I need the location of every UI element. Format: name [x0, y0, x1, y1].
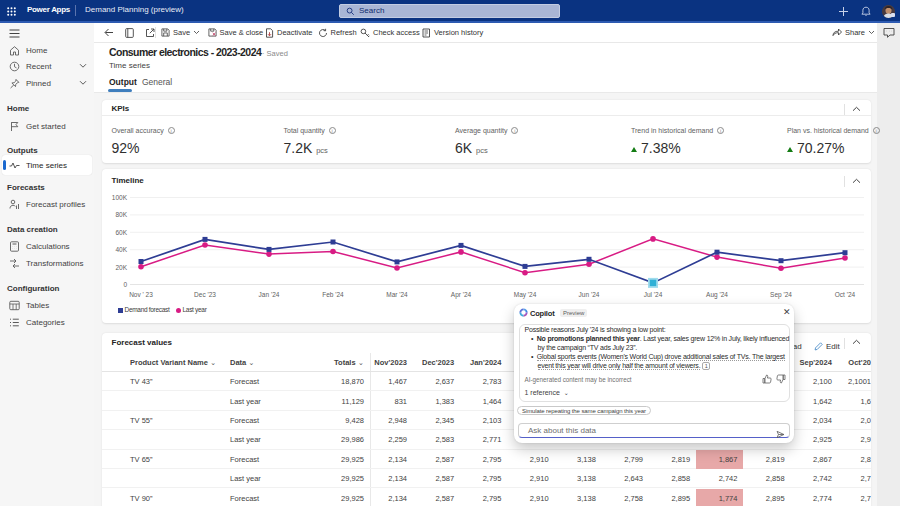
svg-text:Sep '24: Sep '24	[770, 291, 792, 299]
svg-text:80K: 80K	[115, 211, 127, 218]
svg-text:Jan '24: Jan '24	[259, 291, 280, 298]
svg-text:Apr '24: Apr '24	[451, 291, 472, 299]
svg-text:May '24: May '24	[514, 291, 537, 299]
svg-text:20K: 20K	[115, 264, 127, 271]
svg-text:Dec '23: Dec '23	[194, 291, 216, 298]
svg-text:100K: 100K	[112, 194, 128, 201]
svg-text:40K: 40K	[115, 246, 127, 253]
svg-text:Feb '24: Feb '24	[322, 291, 344, 298]
svg-text:Jun '24: Jun '24	[579, 291, 600, 298]
svg-text:Nov ' 23: Nov ' 23	[129, 291, 153, 298]
svg-text:Jul '24: Jul '24	[644, 291, 663, 298]
svg-text:Aug '24: Aug '24	[706, 291, 728, 299]
svg-text:60K: 60K	[115, 229, 127, 236]
svg-text:0: 0	[123, 281, 127, 288]
svg-text:Mar '24: Mar '24	[386, 291, 408, 298]
svg-text:Oct '24: Oct '24	[835, 291, 856, 298]
